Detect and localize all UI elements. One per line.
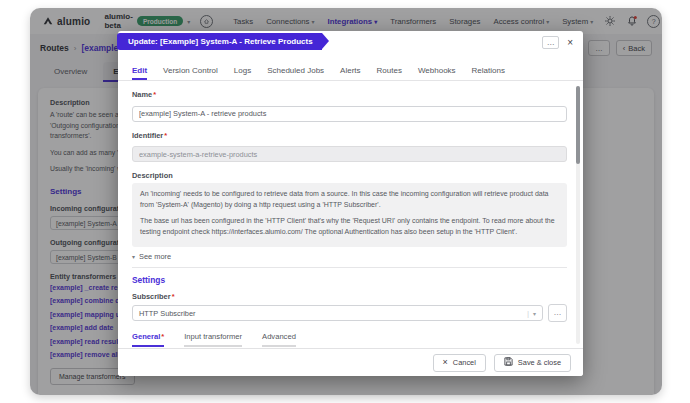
modal-tab-alerts[interactable]: Alerts bbox=[340, 66, 360, 80]
modal-tab-relations[interactable]: Relations bbox=[472, 66, 505, 80]
name-field[interactable] bbox=[132, 106, 567, 122]
modal-scrollbar-thumb[interactable] bbox=[576, 86, 580, 164]
required-mark: * bbox=[153, 90, 156, 99]
subscriber-subtabs: General* Input transformer Advanced bbox=[132, 332, 567, 347]
modal-body: Name* Identifier* Description An 'incomi… bbox=[118, 82, 583, 348]
modal-controls: … × bbox=[542, 36, 573, 49]
modal-tab-version-control[interactable]: Version Control bbox=[163, 66, 218, 80]
description-box: An 'incoming' needs to be configured to … bbox=[132, 183, 567, 247]
modal-tab-edit[interactable]: Edit bbox=[132, 66, 147, 80]
settings-heading: Settings bbox=[132, 275, 567, 285]
required-mark: * bbox=[172, 292, 175, 301]
see-more-toggle[interactable]: ▾ See more bbox=[132, 252, 567, 261]
modal-title-ribbon: Update: [Example] System-A - Retrieve Pr… bbox=[117, 33, 322, 50]
close-icon: × bbox=[443, 358, 448, 367]
subtab-advanced[interactable]: Advanced bbox=[262, 332, 296, 347]
description-paragraph: An 'incoming' needs to be configured to … bbox=[140, 189, 559, 210]
save-icon bbox=[504, 357, 513, 368]
chevron-down-icon: ▾ bbox=[533, 310, 536, 317]
modal-tab-routes[interactable]: Routes bbox=[377, 66, 402, 80]
subtab-general[interactable]: General* bbox=[132, 332, 164, 347]
subscriber-select[interactable]: HTTP Subscriber | ▾ bbox=[132, 305, 543, 321]
identifier-field bbox=[132, 146, 567, 162]
modal-tab-scheduled-jobs[interactable]: Scheduled Jobs bbox=[267, 66, 324, 80]
subtab-input-transformer[interactable]: Input transformer bbox=[184, 332, 242, 347]
description-paragraph: The base url has been configured in the … bbox=[140, 216, 559, 237]
identifier-label: Identifier* bbox=[132, 131, 567, 140]
modal-header: Update: [Example] System-A - Retrieve Pr… bbox=[118, 31, 583, 59]
modal-tab-webhooks[interactable]: Webhooks bbox=[418, 66, 456, 80]
modal-more-button[interactable]: … bbox=[542, 36, 559, 49]
chevron-down-icon: ▾ bbox=[132, 253, 135, 260]
subscriber-value: HTTP Subscriber bbox=[139, 309, 523, 318]
modal-tabs: Edit Version Control Logs Scheduled Jobs… bbox=[118, 59, 583, 81]
modal-scrollbar[interactable] bbox=[576, 86, 580, 344]
save-and-close-button[interactable]: Save & close bbox=[494, 354, 571, 372]
required-mark: * bbox=[161, 332, 164, 341]
update-route-modal: Update: [Example] System-A - Retrieve Pr… bbox=[118, 31, 583, 376]
modal-tab-logs[interactable]: Logs bbox=[234, 66, 251, 80]
select-divider: | bbox=[527, 309, 529, 318]
name-label: Name* bbox=[132, 90, 567, 99]
required-mark: * bbox=[164, 131, 167, 140]
close-icon[interactable]: × bbox=[567, 38, 573, 48]
modal-footer: × Cancel Save & close bbox=[118, 348, 583, 376]
subscriber-more-button[interactable]: … bbox=[548, 304, 567, 322]
subscriber-label: Subscriber* bbox=[132, 292, 567, 301]
divider bbox=[132, 267, 567, 268]
description-label: Description bbox=[132, 171, 567, 180]
cancel-button[interactable]: × Cancel bbox=[433, 354, 486, 372]
